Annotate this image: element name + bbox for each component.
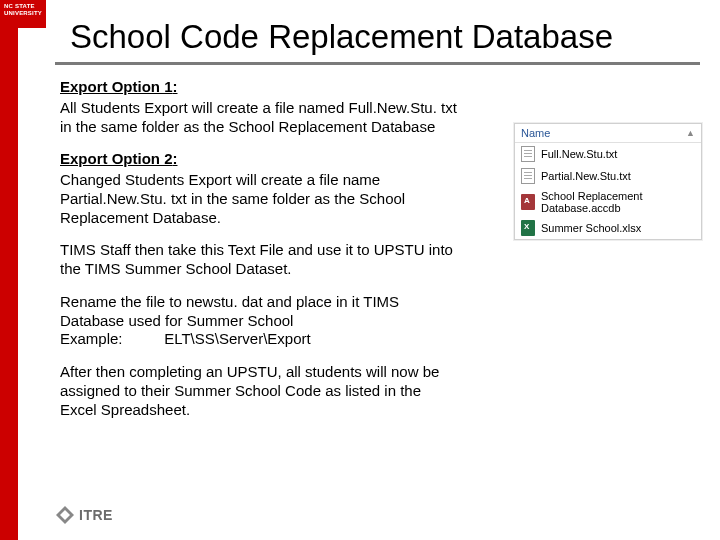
file-explorer-panel: Name ▲ Full.New.Stu.txt Partial.New.Stu.… <box>514 123 702 240</box>
option1-body: All Students Export will create a file n… <box>60 99 460 137</box>
brand-vertical-bar <box>0 0 18 540</box>
file-name: Full.New.Stu.txt <box>541 148 617 160</box>
para-rename: Rename the file to newstu. dat and place… <box>60 293 399 329</box>
file-row[interactable]: Full.New.Stu.txt <box>515 143 701 165</box>
text-file-icon <box>521 146 535 162</box>
text-file-icon <box>521 168 535 184</box>
file-row[interactable]: Partial.New.Stu.txt <box>515 165 701 187</box>
ncstate-logo: NC STATE UNIVERSITY <box>0 0 46 28</box>
option2-body: Changed Students Export will create a fi… <box>60 171 460 227</box>
file-name: Summer School.xlsx <box>541 222 641 234</box>
option1-heading: Export Option 1: <box>60 78 460 97</box>
itre-logo: ITRE <box>56 506 113 524</box>
example-value: ELT\SS\Server\Export <box>164 330 310 347</box>
page-title: School Code Replacement Database <box>70 18 700 56</box>
para-rename-block: Rename the file to newstu. dat and place… <box>60 293 460 349</box>
explorer-header[interactable]: Name ▲ <box>515 124 701 143</box>
excel-file-icon <box>521 220 535 236</box>
title-underline <box>55 62 700 65</box>
access-file-icon <box>521 194 535 210</box>
itre-diamond-icon <box>56 506 74 524</box>
para-after: After then completing an UPSTU, all stud… <box>60 363 460 419</box>
para-tims: TIMS Staff then take this Text File and … <box>60 241 460 279</box>
brand-line1: NC STATE <box>4 3 35 9</box>
main-content: Export Option 1: All Students Export wil… <box>60 78 460 433</box>
example-label: Example: <box>60 330 123 347</box>
file-row[interactable]: School Replacement Database.accdb <box>515 187 701 217</box>
sort-indicator-icon: ▲ <box>686 128 695 138</box>
file-row[interactable]: Summer School.xlsx <box>515 217 701 239</box>
itre-text: ITRE <box>79 507 113 523</box>
file-name: School Replacement Database.accdb <box>541 190 695 214</box>
option2-heading: Export Option 2: <box>60 150 460 169</box>
column-name: Name <box>521 127 686 139</box>
brand-line2: UNIVERSITY <box>4 10 42 16</box>
file-name: Partial.New.Stu.txt <box>541 170 631 182</box>
